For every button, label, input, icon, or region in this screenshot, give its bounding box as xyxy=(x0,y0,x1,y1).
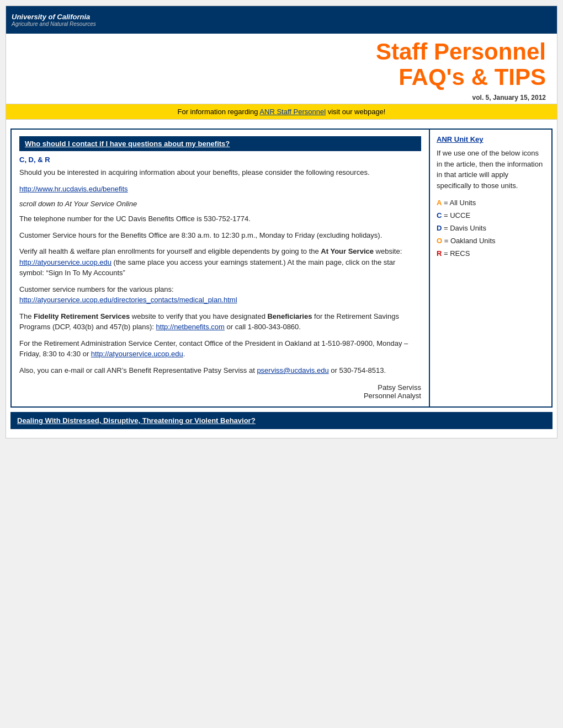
para7-before: For the Retirement Administration Servic… xyxy=(19,339,408,358)
para6-bold1: Fidelity Retirement Services xyxy=(34,312,130,320)
para8-end: or 530-754-8513. xyxy=(329,366,386,374)
uc-logo-line2: Agriculture and Natural Resources xyxy=(12,21,96,27)
bottom-section-heading: Dealing With Distressed, Disruptive, Thr… xyxy=(12,413,551,428)
para4-before: Verify all health & welfare plan enrollm… xyxy=(19,247,321,255)
page-title: Staff Personnel FAQ's & TIPS xyxy=(6,39,546,90)
unit-label: = UCCE xyxy=(444,211,470,220)
link1-para: http://www.hr.ucdavis.edu/benefits xyxy=(19,184,421,195)
para8-before: Also, you can e-mail or call ANR’s Benef… xyxy=(19,366,257,374)
unit-letter: R xyxy=(437,249,442,258)
header-top-bar: University of California Agriculture and… xyxy=(6,6,557,34)
anr-unit-key-heading: ANR Unit Key xyxy=(437,135,545,143)
bottom-section: Dealing With Distressed, Disruptive, Thr… xyxy=(10,412,553,429)
uc-logo-line1: University of California xyxy=(12,13,96,21)
anr-staff-personnel-link[interactable]: ANR Staff Personnel xyxy=(259,108,326,116)
unit-label: = Davis Units xyxy=(444,224,486,232)
right-column: ANR Unit Key If we use one of the below … xyxy=(430,130,551,406)
unit-entry: A = All Units xyxy=(437,199,545,207)
unit-letter: C xyxy=(437,211,442,220)
medical-plan-link[interactable]: http://atyourservice.ucop.edu/directorie… xyxy=(19,296,237,304)
unit-entry: O = Oakland Units xyxy=(437,237,545,245)
bottom-section-link[interactable]: Dealing With Distressed, Disruptive, Thr… xyxy=(17,416,256,425)
info-bar-before: For information regarding xyxy=(178,108,260,116)
main-content: Who should I contact if I have questions… xyxy=(10,129,553,408)
para5: Customer service numbers for the various… xyxy=(19,284,421,306)
unit-letter: D xyxy=(437,224,442,232)
anr-unit-key-body: If we use one of the below icons in the … xyxy=(437,148,545,191)
para4-mid: website: xyxy=(374,247,402,255)
signature-block: Patsy Serviss Personnel Analyst xyxy=(19,383,421,400)
para3: Customer Service hours for the Benefits … xyxy=(19,230,421,241)
title-block: Staff Personnel FAQ's & TIPS xyxy=(6,34,557,93)
unit-label: = Oakland Units xyxy=(444,237,496,245)
para1: Should you be interested in acquiring in… xyxy=(19,167,421,178)
para8: Also, you can e-mail or call ANR’s Benef… xyxy=(19,365,421,376)
uc-logo: University of California Agriculture and… xyxy=(12,13,96,27)
units-list: A = All UnitsC = UCCED = Davis UnitsO = … xyxy=(437,199,545,258)
para2: The telephone number for the UC Davis Be… xyxy=(19,213,421,224)
para6-before: The xyxy=(19,312,34,320)
unit-label: = RECS xyxy=(444,249,470,258)
unit-entry: C = UCCE xyxy=(437,211,545,220)
vol-line: vol. 5, January 15, 2012 xyxy=(6,93,557,104)
unit-label: = All Units xyxy=(444,199,476,207)
email-link[interactable]: pserviss@ucdavis.edu xyxy=(257,366,328,374)
info-bar-after: visit our webpage! xyxy=(326,108,385,116)
info-bar: For information regarding ANR Staff Pers… xyxy=(6,104,557,120)
unit-letter: O xyxy=(437,237,442,245)
para7-end: . xyxy=(183,350,185,358)
unit-entry: R = RECS xyxy=(437,249,545,258)
atyourservice-link2[interactable]: http://atyourservice.ucop.edu xyxy=(91,350,183,358)
italic1: scroll down to At Your Service Online xyxy=(19,200,421,208)
para7: For the Retirement Administration Servic… xyxy=(19,338,421,360)
cdr-label: C, D, & R xyxy=(19,156,421,164)
para4-bold1: At Your Service xyxy=(321,247,374,255)
section-heading-link[interactable]: Who should I contact if I have questions… xyxy=(25,140,230,148)
para6-mid: website to verify that you have designat… xyxy=(130,312,267,320)
unit-entry: D = Davis Units xyxy=(437,224,545,232)
para4: Verify all health & welfare plan enrollm… xyxy=(19,246,421,279)
benefits-link[interactable]: http://www.hr.ucdavis.edu/benefits xyxy=(19,185,128,193)
para6-end: or call 1-800-343-0860. xyxy=(225,323,301,331)
section-heading: Who should I contact if I have questions… xyxy=(19,136,421,151)
netbenefits-link[interactable]: http://netbenefits.com xyxy=(156,323,225,331)
signature-title: Personnel Analyst xyxy=(19,392,421,400)
atyourservice-link[interactable]: http://atyourservice.ucop.edu xyxy=(19,258,111,266)
left-column: Who should I contact if I have questions… xyxy=(12,130,430,406)
signature-name: Patsy Serviss xyxy=(19,383,421,392)
para6: The Fidelity Retirement Services website… xyxy=(19,311,421,333)
unit-letter: A xyxy=(437,199,442,207)
page: University of California Agriculture and… xyxy=(6,6,557,438)
para6-bold2: Beneficiaries xyxy=(267,312,312,320)
